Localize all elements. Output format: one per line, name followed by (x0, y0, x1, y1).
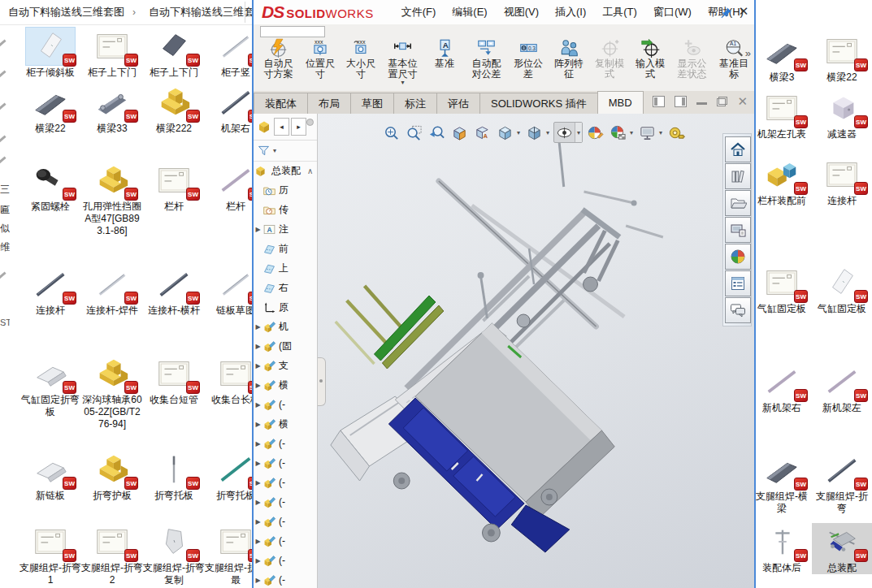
menu-item[interactable]: 编辑(E) (445, 2, 493, 23)
dock-right-button[interactable] (675, 96, 687, 107)
menu-item[interactable]: 文件(F) (395, 2, 443, 23)
expand-arrow-icon[interactable]: ▶ (254, 382, 262, 389)
dropdown-caret-icon[interactable]: ▾ (630, 129, 633, 136)
desktop-icon[interactable]: SW支腿组焊-横梁 (752, 452, 812, 515)
expand-arrow-icon[interactable]: ▶ (254, 557, 262, 564)
tree-item[interactable]: ▶横 (254, 375, 317, 395)
dropdown-caret-icon[interactable]: ▾ (517, 129, 520, 136)
desktop-icon[interactable]: SW横梁222 (143, 84, 205, 135)
dropdown-caret-icon[interactable]: ▾ (546, 129, 549, 136)
dropdown-caret-icon[interactable]: ▾ (401, 80, 404, 85)
menu-item[interactable]: 视图(V) (497, 2, 545, 23)
desktop-icon[interactable]: SW连接杆-焊件 (81, 266, 143, 317)
desktop-icon[interactable]: SW气缸固定板 (812, 264, 872, 315)
desktop-icon[interactable]: SW机架左孔表 (752, 89, 812, 141)
display-style-button[interactable] (524, 123, 544, 142)
tab-item[interactable]: 评估 (436, 93, 480, 114)
section-view-button[interactable] (449, 123, 470, 142)
toolbar-overflow-chevron[interactable]: » (745, 47, 751, 59)
desktop-icon[interactable]: SW横梁3 (752, 32, 812, 84)
toolbar-button[interactable]: 自动配对公差 (466, 37, 507, 80)
close-icon[interactable]: ✕ (736, 4, 751, 19)
expand-arrow-icon[interactable]: ▶ (254, 538, 262, 545)
desktop-icon[interactable]: SW栏杆 (143, 162, 205, 237)
quick-access-box[interactable] (260, 26, 325, 37)
tree-item[interactable]: ▶(- (254, 492, 317, 512)
tree-item[interactable]: 右 (254, 278, 317, 297)
toolbar-button[interactable]: 显示公差状态 (671, 37, 713, 80)
desktop-icon[interactable]: SW柜子上下门 (143, 28, 205, 79)
desktop-icon[interactable]: SW气缸固定折弯板 (20, 355, 81, 430)
tab-item[interactable]: 标注 (393, 93, 437, 114)
tab-active[interactable]: MBD (597, 91, 644, 114)
edit-appearance-button[interactable] (585, 123, 605, 142)
desktop-icon[interactable]: SW孔用弹性挡圈A型47[GB893.1-86] (81, 162, 143, 237)
filter-dropdown-caret[interactable]: ▾ (273, 147, 276, 154)
desktop-icon[interactable]: SW支腿组焊-折弯2 (81, 523, 143, 586)
toolbar-button[interactable]: 阵列特征 (549, 37, 588, 80)
tree-item[interactable]: ▶(- (254, 570, 317, 588)
desktop-icon[interactable]: SW支腿组焊-折弯复制 (143, 523, 205, 586)
desktop-icon[interactable]: SW连接杆-横杆 (143, 266, 205, 317)
toolbar-button[interactable]: 形位公差 (509, 37, 548, 80)
menu-item[interactable]: 工具(T) (596, 2, 644, 23)
tree-item[interactable]: ▶(- (254, 395, 317, 414)
assembly-tab-icon[interactable] (256, 119, 272, 135)
taskpane-tab-custom-properties[interactable] (725, 270, 751, 296)
panel-splitter-dot[interactable] (306, 119, 314, 126)
restore-button[interactable] (717, 97, 727, 106)
tree-item[interactable]: ▶(- (254, 551, 317, 570)
taskpane-tab-design-library[interactable] (725, 163, 751, 189)
desktop-icon[interactable]: SW横梁33 (81, 84, 143, 135)
expand-arrow-icon[interactable]: ▶ (254, 421, 262, 428)
taskpane-tab-forum[interactable] (725, 297, 751, 323)
tab-item[interactable]: 布局 (307, 93, 351, 114)
toolbar-button[interactable]: 基本位置尺寸▾ (382, 37, 423, 86)
toolbar-button[interactable]: 自动尺寸方案 (258, 37, 299, 80)
desktop-icon[interactable]: SW收集台短管 (143, 355, 205, 430)
tree-item[interactable]: ▶(- (254, 473, 317, 492)
tree-item[interactable]: ▶(- (254, 453, 317, 473)
tree-item[interactable]: 历 (254, 180, 317, 200)
desktop-icon[interactable]: SW横梁22 (20, 84, 81, 135)
tree-item[interactable]: ▶横 (254, 414, 317, 434)
dropdown-caret-icon[interactable]: ▾ (659, 129, 662, 136)
desktop-icon[interactable]: SW连接杆 (20, 266, 81, 317)
expand-arrow-icon[interactable]: ▶ (254, 518, 262, 525)
toolbar-button[interactable]: 输入模式 (631, 37, 670, 80)
tree-root-item[interactable]: 总装配∧ (254, 161, 317, 180)
tab-item[interactable]: 草图 (350, 93, 394, 114)
tab-item[interactable]: 装配体 (254, 93, 308, 114)
previous-view-button[interactable] (427, 123, 447, 142)
tree-item[interactable]: 原 (254, 297, 317, 317)
taskpane-tab-file-explorer[interactable] (725, 190, 751, 216)
document-close-button[interactable]: ✕ (737, 97, 748, 106)
minimize-button[interactable] (696, 97, 707, 106)
measure-button[interactable] (666, 123, 687, 142)
taskpane-tab-resources[interactable] (725, 136, 751, 162)
expand-arrow-icon[interactable]: ▶ (254, 479, 262, 486)
desktop-icon[interactable]: SW深沟球轴承6005-2Z[GB/T276-94] (81, 355, 143, 430)
expand-arrow-icon[interactable]: ▶ (254, 401, 262, 409)
desktop-icon[interactable]: SW减速器 (812, 89, 872, 141)
menu-item[interactable]: 插入(I) (549, 2, 592, 23)
taskpane-tab-appearances[interactable] (725, 244, 751, 270)
tree-item[interactable]: ▶注 (254, 219, 317, 239)
zoom-to-fit-button[interactable] (381, 123, 401, 142)
tree-item[interactable]: ▶机 (254, 317, 317, 336)
desktop-icon[interactable]: SW折弯护板 (81, 451, 143, 502)
expand-arrow-icon[interactable]: ▶ (254, 226, 262, 233)
expand-arrow-icon[interactable]: ▶ (254, 323, 262, 331)
desktop-icon[interactable]: SW横梁22 (812, 32, 872, 84)
desktop-icon[interactable]: SW紧固螺栓 (20, 162, 81, 237)
desktop-icon[interactable]: SW柜子上下门 (81, 28, 143, 79)
desktop-icon[interactable]: SW连接杆 (812, 156, 872, 207)
desktop-icon[interactable]: SW装配体后 (752, 523, 812, 574)
toolbar-button[interactable]: 基准 (425, 37, 464, 70)
tree-filter[interactable]: ▾ (254, 141, 317, 162)
tree-item[interactable]: ▶(- (254, 531, 317, 551)
view-orientation-button[interactable] (495, 123, 515, 142)
expand-arrow-icon[interactable]: ▶ (254, 499, 262, 506)
desktop-icon[interactable]: SW新机架右 (752, 363, 812, 414)
zoom-to-area-button[interactable] (404, 123, 424, 142)
